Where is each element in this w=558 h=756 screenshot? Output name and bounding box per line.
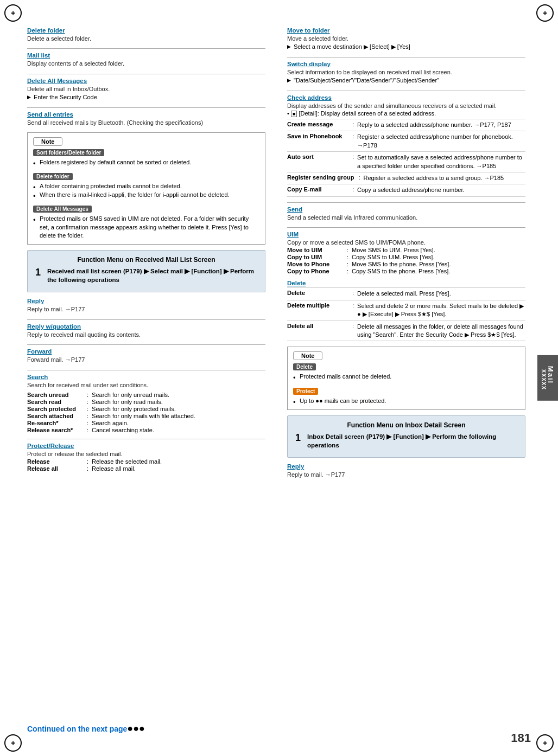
protect-sep-1: :: [87, 465, 88, 472]
delete-sep-2: :: [352, 323, 354, 339]
content-area: Delete folder Delete a selected folder. …: [27, 27, 525, 723]
side-tab-sub: XXXXX: [541, 369, 547, 390]
search-body: Search for received mail under set condi…: [27, 381, 265, 389]
check-sep-4: :: [352, 186, 354, 194]
page-number: 181: [511, 731, 531, 745]
right-column: Move to folder Move a selected folder. S…: [282, 27, 525, 723]
uim-label-0: Move to UIM: [287, 247, 347, 253]
left-column: Delete folder Delete a selected folder. …: [27, 27, 271, 723]
check-label-3: Register sending group: [287, 174, 358, 182]
reply-body: Reply to mail. →P177: [27, 305, 265, 313]
check-label-1: Save in Phonebook: [287, 133, 352, 150]
continued-label: Continued on the next page: [27, 725, 127, 733]
divider-2: [27, 74, 265, 74]
function-menu-inbox-title: Function Menu on Inbox Detail Screen: [295, 421, 517, 429]
check-label-0: Create message: [287, 121, 352, 129]
section-uim: UIM Copy or move a selected SMS to UIM/F…: [287, 231, 525, 274]
step-number-inbox: 1: [295, 432, 304, 450]
delete-all-bullet: Enter the Security Code: [27, 93, 265, 101]
divider-1: [27, 48, 265, 49]
protect-value-1: Release all mail.: [92, 465, 136, 472]
uim-value-0: Move SMS to UIM. Press [Yes].: [352, 247, 435, 253]
uim-row-1: Copy to UIM : Copy SMS to UIM. Press [Ye…: [287, 254, 525, 260]
switch-display-title: Switch display: [287, 61, 525, 67]
note-tag-delall: Delete All Messages: [33, 206, 92, 213]
protect-label-1: Release all: [27, 465, 87, 472]
delete-label-1: Delete multiple: [287, 302, 352, 319]
section-send-all: Send all entries Send all received mails…: [27, 111, 265, 127]
mail-list-body: Display contents of a selected folder.: [27, 60, 265, 68]
uim-body: Copy or move a selected SMS to UIM/FOMA …: [287, 239, 525, 247]
search-row-2: Search protected : Search for only prote…: [27, 406, 265, 412]
delete-ops-title: Delete: [287, 280, 525, 286]
note-header-left: Note: [33, 137, 62, 146]
forward-body: Forward mail. →P177: [27, 356, 265, 364]
reply-title: Reply: [27, 298, 265, 304]
uim-label-2: Move to Phone: [287, 261, 347, 267]
search-sep-4: :: [87, 420, 88, 426]
search-label-0: Search unread: [27, 392, 87, 398]
section-reply-quot: Reply w/quotation Reply to received mail…: [27, 323, 265, 339]
delete-all-body: Delete all mail in Inbox/Outbox.: [27, 85, 265, 93]
note2-item-delete: Delete Protected mails cannot be deleted…: [293, 363, 519, 381]
note-item-delall: Delete All Messages Protected mails or S…: [33, 206, 259, 240]
note-tag-sort: Sort folders/Delete folder: [33, 149, 104, 156]
uim-value-1: Copy SMS to UIM. Press [Yes].: [352, 254, 434, 260]
section-forward: Forward Forward mail. →P177: [27, 348, 265, 364]
note-item-sort: Sort folders/Delete folder Folders regis…: [33, 149, 259, 166]
protect-sep-0: :: [87, 458, 88, 465]
reply2-body: Reply to mail. →P177: [287, 471, 525, 479]
search-label-3: Search attached: [27, 413, 87, 419]
search-sep-2: :: [87, 406, 88, 412]
side-tab: Mail XXXXX: [537, 355, 558, 401]
note-bullet-delfolder-2: When there is mail-linked i-appli, the f…: [33, 191, 259, 199]
uim-row-3: Copy to Phone : Copy SMS to the phone. P…: [287, 268, 525, 274]
search-value-1: Search for only read mails.: [92, 399, 163, 405]
note2-bullet-delete: Protected mails cannot be deleted.: [293, 373, 519, 381]
check-sep-3: :: [358, 174, 360, 182]
note-header-right: Note: [293, 351, 322, 360]
uim-sep-2: :: [347, 261, 348, 267]
check-row-2: Auto sort : Set to automatically save a …: [287, 151, 525, 172]
check-value-2: Set to automatically save a selected add…: [357, 153, 525, 170]
divider-reply: [27, 319, 265, 320]
search-row-1: Search read : Search for only read mails…: [27, 399, 265, 405]
uim-value-2: Move SMS to the phone. Press [Yes].: [352, 261, 451, 267]
search-row-5: Release search* : Cancel searching state…: [27, 427, 265, 433]
section-search: Search Search for received mail under se…: [27, 374, 265, 433]
search-sep-3: :: [87, 413, 88, 419]
note-bullet-delall-1: Protected mails or SMS saved in UIM are …: [33, 215, 259, 240]
protect-row-1: Release all : Release all mail.: [27, 465, 265, 472]
delete-value-1: Select and delete 2 or more mails. Selec…: [357, 302, 525, 319]
note2-tag-delete: Delete: [293, 363, 316, 370]
corner-tr: [536, 4, 554, 22]
delete-folder-title: Delete folder: [27, 27, 265, 34]
move-folder-bullet: Select a move destination ▶ [Select] ▶ […: [287, 43, 525, 51]
section-reply: Reply Reply to mail. →P177: [27, 298, 265, 313]
function-menu-inbox: Function Menu on Inbox Detail Screen 1 I…: [287, 415, 525, 458]
step-content-received: Received mail list screen (P179) ▶ Selec…: [47, 267, 257, 284]
section-switch-display: Switch display Select information to be …: [287, 61, 525, 85]
detail-icon: ■: [291, 111, 297, 117]
protect-value-0: Release the selected mail.: [92, 458, 162, 465]
corner-br: [536, 734, 554, 752]
search-row-4: Re-search* : Search again.: [27, 420, 265, 426]
note-bullet-delfolder-1: A folder containing protected mails cann…: [33, 182, 259, 190]
search-title: Search: [27, 374, 265, 380]
search-sep-1: :: [87, 399, 88, 405]
section-check-address: Check address Display addresses of the s…: [287, 94, 525, 197]
corner-bl: [4, 734, 22, 752]
delete-sep-0: :: [352, 290, 354, 298]
reply-quot-title: Reply w/quotation: [27, 323, 265, 330]
send-all-body: Send all received mails by Bluetooth. (C…: [27, 119, 265, 127]
uim-title: UIM: [287, 231, 525, 238]
check-address-note: • ■ [Detail]: Display detail screen of a…: [287, 110, 525, 117]
uim-value-3: Copy SMS to the phone. Press [Yes].: [352, 268, 450, 274]
note-item-delfolder: Delete folder A folder containing protec…: [33, 173, 259, 199]
note-bullet-sort-1: Folders registered by default cannot be …: [33, 158, 259, 166]
section-delete-all: Delete All Messages Delete all mail in I…: [27, 78, 265, 102]
search-sep-5: :: [87, 427, 88, 433]
uim-row-0: Move to UIM : Move SMS to UIM. Press [Ye…: [287, 247, 525, 253]
note2-item-protect: Protect Up to ●● mails can be protected.: [293, 388, 519, 405]
uim-row-2: Move to Phone : Move SMS to the phone. P…: [287, 261, 525, 267]
